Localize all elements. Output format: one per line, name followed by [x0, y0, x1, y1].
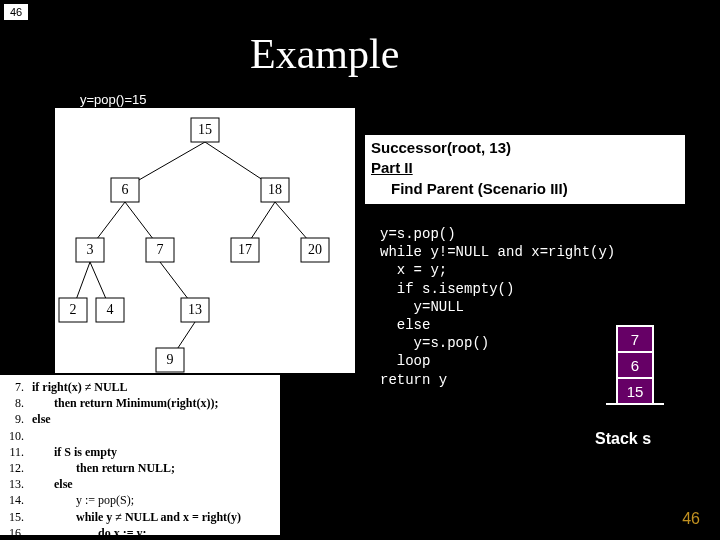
algorithm-listing: 7.if right(x) ≠ NULL8.then return Minimu…: [0, 375, 280, 535]
node-7: 7: [157, 242, 164, 257]
node-4: 4: [107, 302, 114, 317]
stack-label: Stack s: [595, 430, 651, 448]
node-13: 13: [188, 302, 202, 317]
node-18: 18: [268, 182, 282, 197]
stack-cell: 15: [616, 377, 654, 403]
node-17: 17: [238, 242, 252, 257]
slide-index-badge: 46: [4, 4, 28, 20]
node-6: 6: [122, 182, 129, 197]
node-20: 20: [308, 242, 322, 257]
stack-cell: 6: [616, 351, 654, 377]
pseudocode-block: y=s.pop() while y!=NULL and x=right(y) x…: [380, 225, 615, 389]
stack-diagram: 7 6 15: [616, 325, 654, 405]
slide-title: Example: [250, 30, 399, 78]
explain-line2: Part II: [371, 158, 679, 178]
stack-base-line: [606, 403, 664, 405]
pop-annotation: y=pop()=15: [80, 92, 147, 107]
node-9: 9: [167, 352, 174, 367]
bst-tree-diagram: 15 6 18 3 7 17 20 2 4 13 9: [55, 108, 355, 373]
node-2: 2: [70, 302, 77, 317]
node-15: 15: [198, 122, 212, 137]
slide-footer-number: 46: [682, 510, 700, 528]
explain-line3: Find Parent (Scenario III): [371, 179, 679, 199]
node-3: 3: [87, 242, 94, 257]
explain-line1: Successor(root, 13): [371, 138, 679, 158]
explanation-box: Successor(root, 13) Part II Find Parent …: [365, 135, 685, 204]
stack-cell: 7: [616, 325, 654, 351]
